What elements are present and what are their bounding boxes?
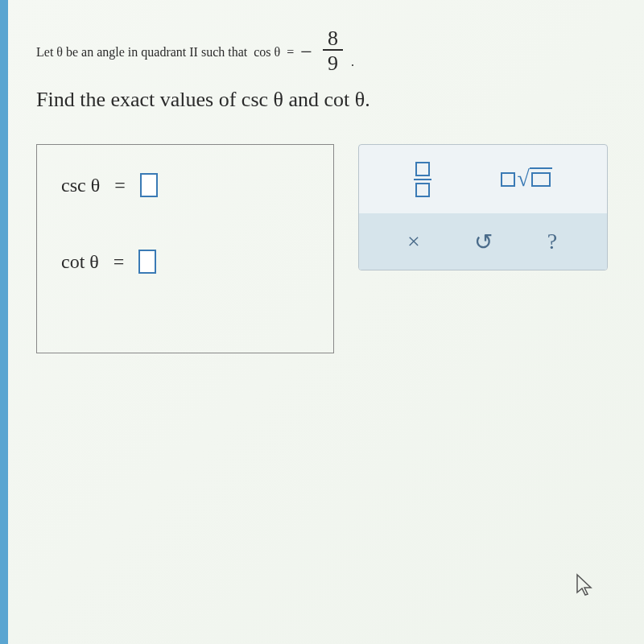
csc-answer-row: csc θ = — [61, 173, 309, 197]
x-icon: × — [407, 229, 420, 254]
problem-line-2: Find the exact values of csc θ and cot θ… — [36, 88, 608, 112]
minus-sign: − — [300, 40, 312, 64]
csc-label: csc θ — [61, 175, 100, 196]
sqrt-coef-box-icon — [501, 172, 515, 187]
fraction-tool-den-icon — [415, 183, 430, 197]
help-icon: ? — [547, 229, 557, 254]
sqrt-symbol-icon: √ — [517, 167, 551, 192]
fraction-tool-button[interactable] — [414, 162, 431, 197]
csc-input[interactable] — [140, 173, 158, 197]
clear-button[interactable]: × — [402, 229, 426, 254]
equals-sign: = — [287, 45, 294, 60]
cot-label: cot θ — [61, 251, 99, 273]
math-toolbar: √ × ↺ ? — [358, 144, 608, 270]
equals-sign: = — [114, 251, 125, 273]
cursor-icon — [575, 573, 596, 604]
toolbar-row-actions: × ↺ ? — [359, 213, 607, 270]
undo-icon: ↺ — [474, 229, 493, 255]
problem-line-1: Let θ be an angle in quadrant II such th… — [36, 28, 608, 76]
cot-answer-row: cot θ = — [61, 250, 309, 274]
fraction-numerator: 8 — [323, 28, 343, 51]
problem-text-prefix: Let θ be an angle in quadrant II such th… — [36, 45, 247, 60]
cos-theta-label: cos θ — [254, 45, 280, 60]
fraction-tool-bar-icon — [414, 179, 431, 180]
answer-box: csc θ = cot θ = — [36, 144, 334, 353]
fraction-8-9: 8 9 — [323, 28, 343, 76]
toolbar-row-formats: √ — [359, 145, 607, 213]
fraction-denominator: 9 — [323, 51, 343, 76]
undo-button[interactable]: ↺ — [471, 229, 495, 254]
help-button[interactable]: ? — [540, 229, 564, 254]
equals-sign: = — [114, 175, 126, 196]
period: . — [351, 55, 354, 69]
sqrt-tool-button[interactable]: √ — [501, 167, 551, 192]
fraction-tool-num-icon — [415, 162, 430, 176]
cot-input[interactable] — [138, 250, 156, 274]
